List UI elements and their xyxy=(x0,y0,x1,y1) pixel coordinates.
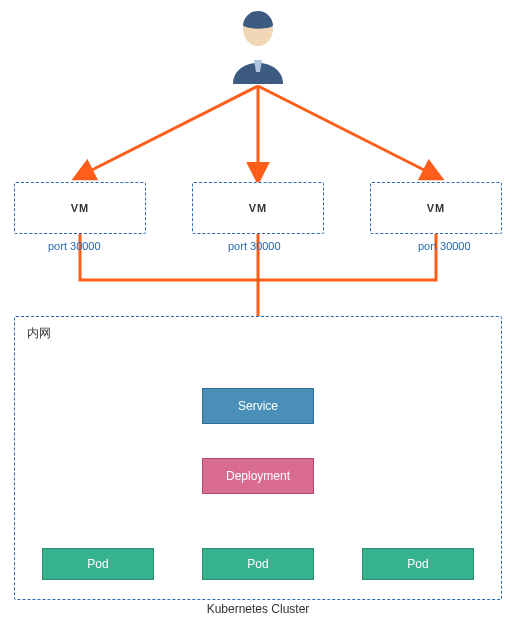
pod-box-3: Pod xyxy=(362,548,474,580)
svg-line-0 xyxy=(80,86,258,176)
service-box: Service xyxy=(202,388,314,424)
pod-label: Pod xyxy=(87,557,108,571)
pod-box-2: Pod xyxy=(202,548,314,580)
vm-label: VM xyxy=(249,202,268,214)
service-label: Service xyxy=(238,399,278,413)
vm-box-2: VM xyxy=(192,182,324,234)
cluster-inner-label: 内网 xyxy=(25,325,53,342)
vm-box-3: VM xyxy=(370,182,502,234)
cluster-outer-label: Kubernetes Cluster xyxy=(14,602,502,616)
vm-port-1: port 30000 xyxy=(48,240,101,252)
deployment-box: Deployment xyxy=(202,458,314,494)
vm-box-1: VM xyxy=(14,182,146,234)
vm-label: VM xyxy=(71,202,90,214)
diagram-stage: 内网 Kubernetes Cluster VM port 30000 VM p… xyxy=(0,0,516,623)
pod-box-1: Pod xyxy=(42,548,154,580)
deployment-label: Deployment xyxy=(226,469,290,483)
svg-line-2 xyxy=(258,86,436,176)
user-icon xyxy=(223,6,293,86)
pod-label: Pod xyxy=(407,557,428,571)
pod-label: Pod xyxy=(247,557,268,571)
vm-label: VM xyxy=(427,202,446,214)
vm-port-3: port 30000 xyxy=(418,240,471,252)
vm-port-2: port 30000 xyxy=(228,240,281,252)
